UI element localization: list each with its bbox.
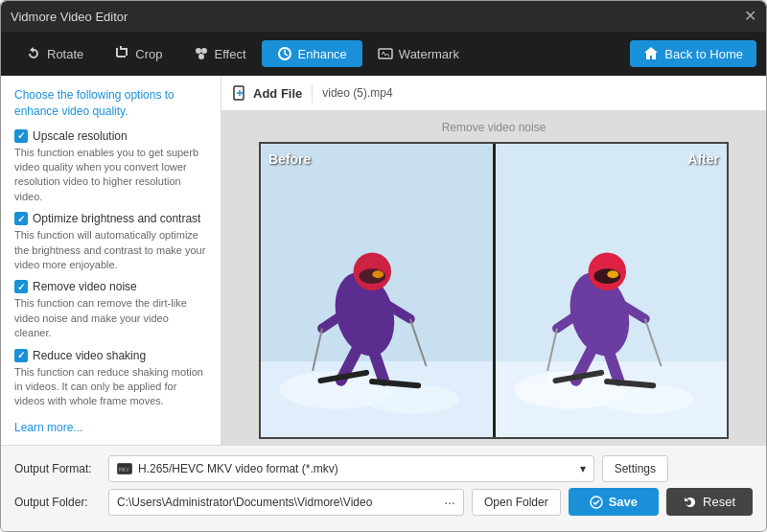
app-window: Vidmore Video Editor ✕ Rotate Crop Effec… [0,0,767,532]
watermark-icon [378,46,393,61]
option-label-shaking: Reduce video shaking [14,349,207,362]
svg-rect-4 [379,49,392,58]
window-title: Vidmore Video Editor [11,10,128,24]
learn-more-link[interactable]: Learn more... [14,421,82,434]
home-icon [643,46,659,61]
rotate-icon [26,46,41,61]
option-label-noise: Remove video noise [14,280,207,293]
panel-title: Choose the following options to enhance … [14,87,207,120]
reset-button[interactable]: Reset [666,488,753,516]
noise-label: Remove video noise [442,121,546,134]
toolbar: Rotate Crop Effect Enhance [1,32,766,76]
add-file-button[interactable]: Add File [233,85,302,101]
svg-point-2 [198,54,204,59]
format-row: Output Format: MKV H.265/HEVC MKV video … [14,455,753,482]
effect-button[interactable]: Effect [178,40,262,67]
watermark-button[interactable]: Watermark [362,40,475,67]
option-noise: Remove video noise This function can rem… [14,280,207,340]
effect-icon [194,46,209,61]
title-bar: Vidmore Video Editor ✕ [1,1,766,32]
main-content: Choose the following options to enhance … [1,76,766,445]
before-side: Before [261,144,493,437]
folder-row: Output Folder: C:\Users\Administrator\Do… [14,488,753,516]
folder-path-input[interactable]: C:\Users\Administrator\Documents\Vidmore… [108,489,464,516]
right-panel: Add File video (5).mp4 Remove video nois… [221,76,766,445]
video-filename: video (5).mp4 [322,86,392,100]
option-label-brightness: Optimize brightness and contrast [14,212,207,225]
format-icon: MKV [117,463,132,474]
enhance-icon [277,46,292,61]
back-home-button[interactable]: Back to Home [630,40,756,67]
comparison-container: Before [259,142,729,439]
option-upscale: Upscale resolution This function enables… [14,129,207,205]
enhance-button[interactable]: Enhance [262,40,362,67]
reset-icon [684,496,697,509]
svg-point-0 [196,48,201,54]
after-label: After [687,151,719,167]
dropdown-arrow-icon: ▾ [580,462,586,475]
after-image [496,144,728,437]
option-label-upscale: Upscale resolution [14,129,207,143]
svg-point-10 [364,385,459,414]
video-header: Add File video (5).mp4 [221,76,766,111]
close-button[interactable]: ✕ [744,9,756,24]
bottom-section: Output Format: MKV H.265/HEVC MKV video … [1,445,766,531]
before-image [261,144,493,437]
save-button[interactable]: Save [569,488,659,516]
checkbox-brightness[interactable] [14,212,28,225]
svg-point-39 [607,270,618,278]
after-side: After [496,144,728,437]
settings-button[interactable]: Settings [602,455,668,482]
svg-point-22 [372,270,384,278]
left-panel: Choose the following options to enhance … [1,76,221,445]
output-folder-label: Output Folder: [14,496,101,509]
format-select[interactable]: MKV H.265/HEVC MKV video format (*.mkv) … [108,455,594,482]
svg-point-27 [599,385,694,414]
output-format-label: Output Format: [14,462,101,475]
save-check-icon [590,496,603,509]
video-preview: Remove video noise Before [221,111,766,445]
option-brightness: Optimize brightness and contrast This fu… [14,212,207,272]
browse-button[interactable]: ··· [444,495,455,510]
crop-icon [114,46,129,61]
option-shaking: Reduce video shaking This function can r… [14,349,207,409]
crop-button[interactable]: Crop [99,40,177,67]
svg-text:MKV: MKV [119,466,129,473]
before-label: Before [268,151,311,167]
header-divider [312,83,313,103]
add-file-icon [233,85,248,101]
checkbox-noise[interactable] [14,280,28,293]
rotate-button[interactable]: Rotate [11,40,99,67]
checkbox-shaking[interactable] [14,349,28,362]
open-folder-button[interactable]: Open Folder [472,489,561,516]
checkbox-upscale[interactable] [14,129,28,143]
svg-point-1 [201,48,207,54]
